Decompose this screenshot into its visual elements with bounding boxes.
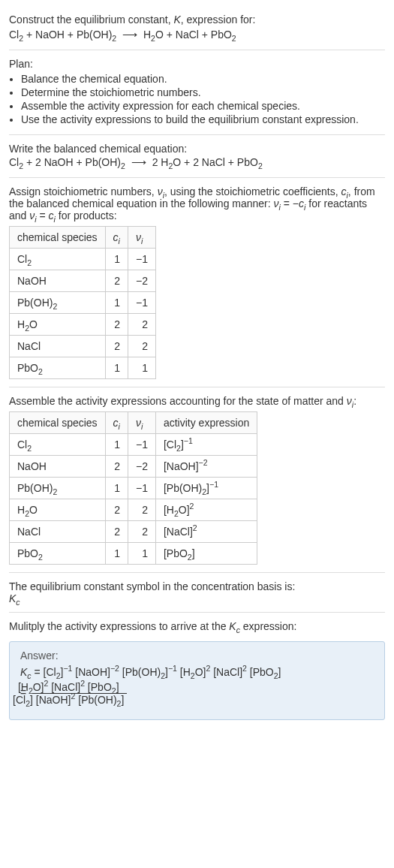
- cell-species: Cl2: [10, 249, 106, 270]
- answer-fraction: [H2O]2 [NaCl]2 [PbO2] [Cl2] [NaOH]2 [Pb(…: [32, 681, 127, 706]
- cell-species: NaOH: [10, 270, 106, 292]
- cell-v: 1: [128, 357, 155, 379]
- balanced-reaction: Cl2 + 2 NaOH + Pb(OH)2 ⟶ 2 H2O + 2 NaCl …: [9, 156, 385, 168]
- cell-species: Cl2: [10, 434, 106, 456]
- cell-c: 1: [105, 434, 128, 456]
- plan-section: Plan: Balance the chemical equation. Det…: [9, 50, 385, 135]
- cell-species: H2O: [10, 314, 106, 336]
- cell-c: 1: [105, 292, 128, 314]
- cell-v: −1: [128, 478, 155, 499]
- col-ci: ci: [105, 412, 128, 434]
- activity-intro: Assemble the activity expressions accoun…: [9, 395, 385, 407]
- cell-c: 2: [105, 314, 128, 336]
- cell-c: 2: [105, 336, 128, 357]
- cell-species: NaOH: [10, 456, 106, 478]
- cell-v: 2: [128, 499, 155, 521]
- table-row: Pb(OH)21−1[Pb(OH)2]−1: [10, 478, 257, 499]
- cell-v: −2: [128, 456, 155, 478]
- symbol-value: Kc: [9, 592, 385, 604]
- question-reaction: Cl2 + NaOH + Pb(OH)2 ⟶ H2O + NaCl + PbO2: [9, 29, 385, 41]
- table-row: H2O22: [10, 314, 156, 336]
- cell-species: PbO2: [10, 357, 106, 379]
- cell-v: 2: [128, 521, 155, 543]
- stoich-table: chemical species ci νi Cl21−1 NaOH2−2 Pb…: [9, 226, 156, 379]
- table-row: PbO211: [10, 357, 156, 379]
- plan-item: Balance the chemical equation.: [21, 73, 385, 85]
- stoich-intro: Assign stoichiometric numbers, νi, using…: [9, 185, 385, 222]
- cell-species: Pb(OH)2: [10, 292, 106, 314]
- plan-label: Plan:: [9, 58, 385, 70]
- activity-table: chemical species ci νi activity expressi…: [9, 411, 257, 565]
- cell-v: −1: [128, 249, 155, 270]
- multiply-section: Mulitply the activity expressions to arr…: [9, 613, 385, 635]
- plan-item: Use the activity expressions to build th…: [21, 113, 385, 125]
- cell-v: 1: [128, 543, 155, 565]
- cell-activity: [NaCl]2: [155, 521, 257, 543]
- stoich-section: Assign stoichiometric numbers, νi, using…: [9, 178, 385, 387]
- cell-c: 2: [105, 499, 128, 521]
- col-activity: activity expression: [155, 412, 257, 434]
- cell-species: NaCl: [10, 336, 106, 357]
- cell-activity: [PbO2]: [155, 543, 257, 565]
- cell-c: 1: [105, 249, 128, 270]
- table-header-row: chemical species ci νi activity expressi…: [10, 412, 257, 434]
- col-vi: νi: [128, 227, 155, 249]
- col-species: chemical species: [10, 412, 106, 434]
- table-row: Cl21−1[Cl2]−1: [10, 434, 257, 456]
- table-header-row: chemical species ci νi: [10, 227, 156, 249]
- answer-line-2: = [H2O]2 [NaCl]2 [PbO2] [Cl2] [NaOH]2 [P…: [43, 681, 374, 706]
- cell-species: H2O: [10, 499, 106, 521]
- question-section: Construct the equilibrium constant, K, e…: [9, 6, 385, 50]
- plan-item: Determine the stoichiometric numbers.: [21, 86, 385, 98]
- cell-species: Pb(OH)2: [10, 478, 106, 499]
- cell-activity: [Cl2]−1: [155, 434, 257, 456]
- balanced-label: Write the balanced chemical equation:: [9, 143, 385, 155]
- table-row: Pb(OH)21−1: [10, 292, 156, 314]
- cell-c: 1: [105, 478, 128, 499]
- table-row: NaOH2−2: [10, 270, 156, 292]
- answer-box: Answer: Kc = [Cl2]−1 [NaOH]−2 [Pb(OH)2]−…: [9, 641, 385, 720]
- symbol-label: The equilibrium constant symbol in the c…: [9, 580, 385, 592]
- cell-activity: [Pb(OH)2]−1: [155, 478, 257, 499]
- plan-item: Assemble the activity expression for eac…: [21, 100, 385, 112]
- cell-v: −1: [128, 434, 155, 456]
- col-vi: νi: [128, 412, 155, 434]
- cell-v: 2: [128, 314, 155, 336]
- cell-c: 1: [105, 357, 128, 379]
- cell-v: −2: [128, 270, 155, 292]
- balanced-section: Write the balanced chemical equation: Cl…: [9, 135, 385, 178]
- cell-c: 1: [105, 543, 128, 565]
- activity-section: Assemble the activity expressions accoun…: [9, 387, 385, 573]
- fraction-denominator: [Cl2] [NaOH]2 [Pb(OH)2]: [32, 693, 127, 706]
- table-row: PbO211[PbO2]: [10, 543, 257, 565]
- table-row: NaCl22: [10, 336, 156, 357]
- cell-v: 2: [128, 336, 155, 357]
- cell-c: 2: [105, 456, 128, 478]
- cell-activity: [NaOH]−2: [155, 456, 257, 478]
- answer-line-1: Kc = [Cl2]−1 [NaOH]−2 [Pb(OH)2]−1 [H2O]2…: [43, 666, 374, 678]
- cell-activity: [H2O]2: [155, 499, 257, 521]
- table-row: H2O22[H2O]2: [10, 499, 257, 521]
- fraction-numerator: [H2O]2 [NaCl]2 [PbO2]: [32, 681, 127, 693]
- cell-species: PbO2: [10, 543, 106, 565]
- answer-label: Answer:: [20, 649, 374, 662]
- cell-c: 2: [105, 521, 128, 543]
- cell-species: NaCl: [10, 521, 106, 543]
- symbol-section: The equilibrium constant symbol in the c…: [9, 573, 385, 613]
- col-ci: ci: [105, 227, 128, 249]
- table-row: Cl21−1: [10, 249, 156, 270]
- cell-v: −1: [128, 292, 155, 314]
- col-species: chemical species: [10, 227, 106, 249]
- cell-c: 2: [105, 270, 128, 292]
- table-row: NaOH2−2[NaOH]−2: [10, 456, 257, 478]
- question-title: Construct the equilibrium constant, K, e…: [9, 14, 385, 26]
- table-row: NaCl22[NaCl]2: [10, 521, 257, 543]
- multiply-label: Mulitply the activity expressions to arr…: [9, 620, 385, 632]
- plan-list: Balance the chemical equation. Determine…: [9, 73, 385, 125]
